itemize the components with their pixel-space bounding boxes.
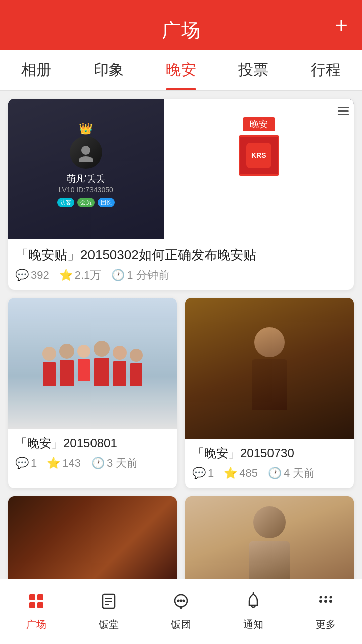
card-3-title: 「晚安」20150730: [192, 445, 347, 462]
card-1-likes: ⭐ 2.1万: [59, 268, 102, 283]
bottom-nav: 广场 饭堂 饭团: [0, 579, 362, 644]
nav-square[interactable]: 广场: [0, 579, 72, 644]
card-1-profile-name: 萌凡'丢丢: [67, 173, 105, 185]
tab-itinerary[interactable]: 行程: [290, 50, 362, 90]
card-1-right: 晚安 KRS: [164, 99, 354, 239]
svg-rect-2: [29, 594, 35, 600]
card-1-time: 🕐 1 分钟前: [111, 268, 169, 283]
card-1-profile-avatar: [70, 136, 102, 169]
card-3-comments: 💬 1: [192, 467, 214, 480]
card-3[interactable]: 「晚安」20150730 💬 1 ⭐ 485 🕐 4 天前: [185, 298, 354, 488]
svg-point-15: [319, 600, 322, 603]
card-2-meta: 💬 1 ⭐ 143 🕐 3 天前: [15, 456, 170, 471]
svg-point-12: [180, 599, 183, 602]
card-3-image: [185, 298, 354, 439]
svg-point-17: [329, 600, 332, 603]
svg-point-16: [324, 600, 327, 603]
svg-point-20: [330, 596, 332, 598]
svg-point-13: [183, 599, 185, 602]
svg-point-0: [81, 146, 90, 155]
card-2-comments: 💬 1: [15, 457, 37, 470]
header-title: 广场: [162, 18, 200, 43]
like-icon: ⭐: [59, 269, 73, 282]
tab-vote[interactable]: 投票: [217, 50, 290, 90]
bell-icon: [244, 592, 262, 615]
svg-point-19: [325, 596, 327, 598]
nav-group[interactable]: 饭团: [145, 579, 217, 644]
comment-icon-2: 💬: [15, 457, 29, 470]
nav-notify[interactable]: 通知: [217, 579, 290, 644]
comment-icon: 💬: [15, 269, 29, 282]
nav-canteen[interactable]: 饭堂: [72, 579, 145, 644]
badge-leader: 团长: [98, 198, 115, 207]
card-2-info: 「晚安」20150801 💬 1 ⭐ 143 🕐 3 天前: [8, 429, 177, 478]
book-icon: [100, 592, 118, 615]
time-icon: 🕐: [111, 269, 125, 282]
header: 广场 +: [0, 0, 362, 50]
card-1[interactable]: 👑 萌凡'丢丢 LV10 ID:7343050 访客 会员 团长: [8, 99, 354, 290]
tab-album[interactable]: 相册: [0, 50, 72, 90]
card-1-comments: 💬 392: [15, 269, 49, 282]
time-icon-3: 🕐: [268, 467, 282, 480]
comment-icon-3: 💬: [192, 467, 206, 480]
badge-visitor: 访客: [57, 198, 74, 207]
svg-rect-5: [37, 602, 43, 608]
tab-bar: 相册 印象 晚安 投票 行程: [0, 50, 362, 91]
svg-point-18: [320, 596, 322, 598]
card-3-likes: ⭐ 485: [224, 467, 258, 480]
card-1-menu-row: [169, 107, 349, 115]
svg-point-1: [79, 156, 93, 162]
svg-rect-4: [29, 602, 35, 608]
grid-icon: [27, 592, 45, 615]
like-icon-3: ⭐: [224, 467, 237, 480]
card-1-title: 「晚安贴」20150302如何正确发布晚安贴: [15, 246, 347, 264]
card-1-left: 👑 萌凡'丢丢 LV10 ID:7343050 访客 会员 团长: [8, 99, 164, 239]
card-1-meta: 💬 392 ⭐ 2.1万 🕐 1 分钟前: [15, 268, 347, 283]
card-3-info: 「晚安」20150730 💬 1 ⭐ 485 🕐 4 天前: [185, 439, 354, 488]
nav-square-label: 广场: [26, 618, 46, 631]
card-1-image: 👑 萌凡'丢丢 LV10 ID:7343050 访客 会员 团长: [8, 99, 354, 239]
nav-group-label: 饭团: [171, 618, 191, 631]
card-1-info: 「晚安贴」20150302如何正确发布晚安贴 💬 392 ⭐ 2.1万 🕐 1 …: [8, 239, 354, 290]
chat-icon: [172, 592, 190, 615]
card-2-title: 「晚安」20150801: [15, 435, 170, 452]
card-2-time: 🕐 3 天前: [91, 456, 138, 471]
card-2[interactable]: 「晚安」20150801 💬 1 ⭐ 143 🕐 3 天前: [8, 298, 177, 488]
hamburger-icon: [338, 107, 349, 115]
card-1-goodnight-label: 晚安: [243, 117, 275, 131]
card-2-likes: ⭐ 143: [47, 457, 81, 470]
content-grid: 👑 萌凡'丢丢 LV10 ID:7343050 访客 会员 团长: [0, 91, 362, 644]
svg-rect-3: [37, 594, 43, 600]
dots-icon: [317, 592, 335, 615]
card-3-meta: 💬 1 ⭐ 485 🕐 4 天前: [192, 466, 347, 481]
card-1-krs-logo: KRS: [246, 143, 272, 168]
nav-more-label: 更多: [316, 618, 336, 631]
tab-impression[interactable]: 印象: [72, 50, 145, 90]
tab-goodnight[interactable]: 晚安: [145, 50, 217, 90]
card-3-time: 🕐 4 天前: [268, 466, 315, 481]
nav-canteen-label: 饭堂: [99, 618, 119, 631]
badge-member: 会员: [77, 198, 95, 207]
card-2-image: [8, 298, 177, 429]
like-icon-2: ⭐: [47, 457, 60, 470]
time-icon-2: 🕐: [91, 457, 105, 470]
nav-more[interactable]: 更多: [290, 579, 362, 644]
card-1-profile-level: LV10 ID:7343050: [59, 186, 113, 194]
svg-point-11: [177, 599, 180, 602]
nav-notify-label: 通知: [243, 618, 263, 631]
add-button[interactable]: +: [335, 14, 348, 36]
